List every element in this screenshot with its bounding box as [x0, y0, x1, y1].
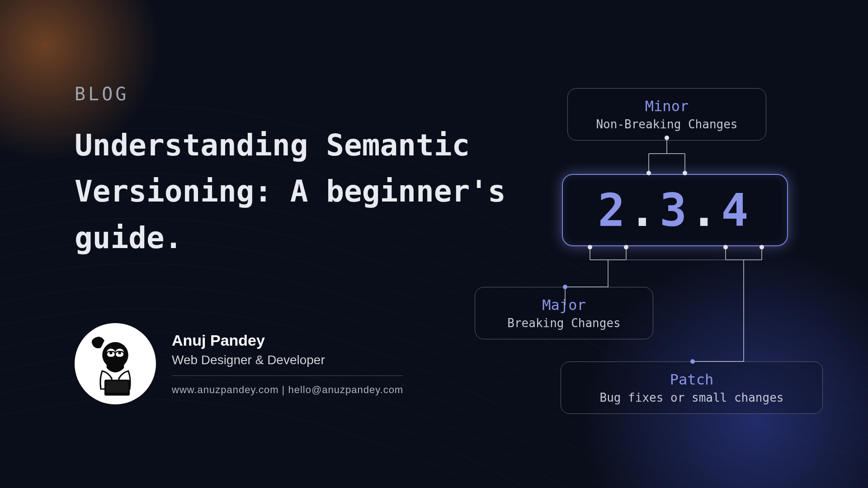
version-text: 2.3.4: [598, 184, 752, 237]
minor-digit: 3: [660, 184, 690, 237]
minor-sub: Non-Breaking Changes: [581, 117, 752, 131]
semver-diagram: Minor Non-Breaking Changes 2.3.4 Major B…: [454, 88, 825, 422]
major-digit: 2: [598, 184, 628, 237]
avatar: [75, 323, 156, 404]
patch-title: Patch: [575, 371, 809, 388]
patch-digit: 4: [721, 184, 752, 237]
svg-rect-9: [106, 381, 128, 393]
author-email: hello@anuzpandey.com: [288, 384, 403, 395]
category-label: BLOG: [75, 84, 513, 104]
patch-sub: Bug fixes or small changes: [575, 391, 809, 404]
content-block: BLOG Understanding Semantic Versioning: …: [75, 84, 513, 261]
author-block: Anuj Pandey Web Designer & Developer www…: [75, 323, 403, 404]
author-sep: |: [279, 384, 288, 395]
major-box: Major Breaking Changes: [475, 287, 653, 339]
dot-2: .: [690, 184, 721, 237]
minor-box: Minor Non-Breaking Changes: [567, 88, 766, 141]
major-sub: Breaking Changes: [489, 316, 639, 330]
author-info: Anuj Pandey Web Designer & Developer www…: [172, 332, 403, 396]
major-title: Major: [489, 296, 639, 314]
version-box: 2.3.4: [562, 174, 788, 246]
author-role: Web Designer & Developer: [172, 353, 403, 376]
dot-1: .: [629, 184, 660, 237]
author-links: www.anuzpandey.com | hello@anuzpandey.co…: [172, 384, 403, 396]
avatar-illustration: [79, 328, 151, 400]
author-name: Anuj Pandey: [172, 332, 403, 349]
minor-title: Minor: [581, 98, 752, 115]
patch-box: Patch Bug fixes or small changes: [561, 361, 823, 414]
author-website: www.anuzpandey.com: [172, 384, 279, 395]
page-title: Understanding Semantic Versioning: A beg…: [75, 122, 513, 261]
